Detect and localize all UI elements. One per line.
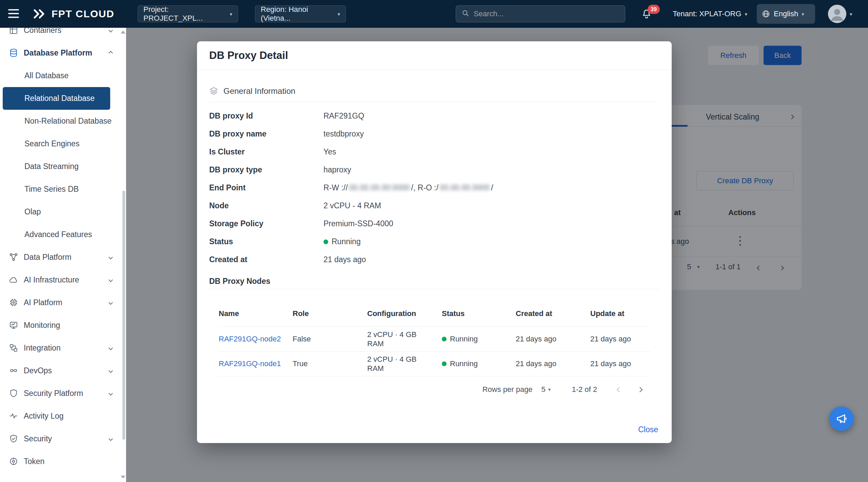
field-value: 2 vCPU - 4 RAM bbox=[323, 201, 381, 210]
sidebar-item-security[interactable]: Security bbox=[0, 427, 121, 450]
db-proxy-nodes-table: NameRoleConfigurationStatusCreated atUpd… bbox=[219, 301, 651, 376]
endpoint-text: /, R-O :/ bbox=[411, 183, 439, 192]
activity-log-icon bbox=[9, 411, 19, 421]
status-text: Running bbox=[450, 335, 478, 343]
sidebar-item-devops[interactable]: DevOps bbox=[0, 359, 121, 382]
sidebar-item-label: Time Series DB bbox=[24, 185, 79, 194]
ai-infrastructure-icon bbox=[9, 275, 19, 285]
previous-page-button[interactable] bbox=[617, 387, 622, 392]
sidebar-item-label: DevOps bbox=[24, 366, 52, 375]
project-selector[interactable]: Project: PROJECT_XPL... ▾ bbox=[138, 5, 238, 22]
search-input[interactable] bbox=[474, 9, 619, 18]
sidebar-item-label: Activity Log bbox=[24, 412, 64, 421]
field-value: testdbproxy bbox=[323, 129, 364, 139]
field-label: Storage Policy bbox=[209, 219, 323, 228]
sidebar-item-time-series-db[interactable]: Time Series DB bbox=[0, 178, 121, 201]
sidebar-item-data-platform[interactable]: Data Platform bbox=[0, 246, 121, 269]
menu-icon[interactable] bbox=[8, 9, 19, 19]
top-navbar: FPT CLOUD Project: PROJECT_XPL... ▾ Regi… bbox=[0, 0, 868, 28]
chevron-down-icon bbox=[108, 346, 113, 350]
user-menu[interactable]: ▾ bbox=[828, 0, 852, 28]
sidebar-item-activity-log[interactable]: Activity Log bbox=[0, 405, 121, 427]
node-name-link[interactable]: RAF291GQ-node1 bbox=[219, 359, 281, 368]
node-name-link[interactable]: RAF291GQ-node2 bbox=[219, 335, 281, 343]
node-role: True bbox=[293, 359, 367, 368]
database-icon bbox=[9, 48, 19, 58]
chevron-up-icon bbox=[108, 51, 113, 55]
node-updated-at: 21 days ago bbox=[590, 335, 651, 343]
sidebar-item-ai-infrastructure[interactable]: AI Infrastructure bbox=[0, 269, 121, 291]
node-name-cell: RAF291GQ-node2 bbox=[219, 335, 293, 343]
sidebar-item-label: Data Streaming bbox=[24, 162, 79, 171]
page-range: 1-2 of 2 bbox=[572, 385, 597, 394]
field-value: haproxy bbox=[323, 165, 351, 174]
field-label: Status bbox=[209, 237, 323, 246]
field-row-db-proxy-name: DB proxy nametestdbproxy bbox=[209, 125, 659, 143]
security-platform-icon bbox=[9, 389, 19, 399]
node-configuration: 2 vCPU · 4 GBRAM bbox=[367, 330, 442, 348]
sidebar-item-monitoring[interactable]: Monitoring bbox=[0, 314, 121, 337]
sidebar-scrollbar[interactable] bbox=[122, 191, 125, 440]
field-row-created-at: Created at21 days ago bbox=[209, 251, 659, 269]
sidebar-item-security-platform[interactable]: Security Platform bbox=[0, 382, 121, 405]
field-label: Created at bbox=[209, 255, 323, 264]
field-value: Running bbox=[323, 237, 361, 246]
sidebar-item-ai-platform[interactable]: AI Platform bbox=[0, 291, 121, 314]
sidebar-item-data-streaming[interactable]: Data Streaming bbox=[0, 155, 121, 178]
sidebar-item-label: AI Platform bbox=[24, 298, 62, 307]
sidebar-item-advanced-features[interactable]: Advanced Features bbox=[0, 223, 121, 246]
sidebar-item-all-database[interactable]: All Database bbox=[0, 64, 121, 87]
node-status: Running bbox=[442, 359, 516, 368]
table-pagination: Rows per page 5 ▾ 1-2 of 2 bbox=[209, 376, 659, 403]
modal-footer: Close bbox=[197, 416, 672, 443]
node-role: False bbox=[293, 335, 367, 343]
tenant-label: Tenant: XPLAT-ORG bbox=[673, 9, 742, 18]
sidebar-item-relational-database[interactable]: Relational Database bbox=[3, 87, 110, 110]
announcement-fab[interactable] bbox=[829, 406, 854, 431]
table-row: RAF291GQ-node1True2 vCPU · 4 GBRAMRunnin… bbox=[219, 352, 651, 376]
scrollbar-up-arrow[interactable] bbox=[121, 30, 125, 34]
node-created-at: 21 days ago bbox=[516, 335, 590, 343]
next-page-button[interactable] bbox=[637, 387, 643, 392]
sidebar-item-label: Monitoring bbox=[24, 321, 60, 330]
sidebar-item-label: Token bbox=[24, 457, 44, 466]
general-fields: DB proxy IdRAF291GQDB proxy nametestdbpr… bbox=[209, 107, 659, 269]
monitoring-icon bbox=[9, 320, 19, 331]
sidebar-item-label: Security bbox=[24, 434, 52, 443]
sidebar-item-olap[interactable]: Olap bbox=[0, 201, 121, 223]
sidebar-item-label: Advanced Features bbox=[24, 230, 92, 239]
sidebar-item-database-platform[interactable]: Database Platform bbox=[0, 42, 121, 64]
field-row-db-proxy-id: DB proxy IdRAF291GQ bbox=[209, 107, 659, 125]
node-created-at: 21 days ago bbox=[516, 359, 590, 368]
logo-mark-icon bbox=[33, 8, 47, 19]
field-text: testdbproxy bbox=[323, 129, 364, 139]
tenant-selector[interactable]: Tenant: XPLAT-ORG ▾ bbox=[673, 0, 747, 28]
page-size-select[interactable]: 5 ▾ bbox=[541, 385, 551, 394]
language-selector[interactable]: English ▾ bbox=[757, 4, 815, 24]
scrollbar-down-arrow[interactable] bbox=[121, 476, 125, 479]
node-configuration: 2 vCPU · 4 GBRAM bbox=[367, 355, 442, 373]
chevron-down-icon: ▾ bbox=[548, 386, 551, 393]
rows-per-page-label: Rows per page bbox=[482, 385, 533, 394]
sidebar-item-non-relational-database[interactable]: Non-Relational Database bbox=[0, 110, 121, 132]
sidebar-item-containers[interactable]: Containers bbox=[0, 28, 121, 42]
close-button[interactable]: Close bbox=[638, 425, 658, 434]
status-text: Running bbox=[332, 237, 361, 246]
sidebar-item-label: Database Platform bbox=[24, 48, 92, 58]
field-label: DB proxy Id bbox=[209, 111, 323, 121]
status-dot-icon bbox=[442, 361, 447, 366]
dashed-divider bbox=[209, 102, 659, 102]
sidebar-item-label: All Database bbox=[24, 71, 68, 80]
sidebar-item-token[interactable]: Token bbox=[0, 450, 121, 473]
region-selector[interactable]: Region: Hanoi (Vietna... ▾ bbox=[255, 5, 346, 22]
sidebar-item-label: Olap bbox=[24, 207, 41, 216]
dashed-divider bbox=[209, 289, 659, 289]
sidebar-item-integration[interactable]: Integration bbox=[0, 337, 121, 359]
notifications-button[interactable]: 39 bbox=[641, 8, 654, 22]
redacted-endpoint: 00.00.00.0000 bbox=[440, 183, 490, 192]
field-row-end-point: End PointR-W ://00.00.00.00:0000/, R-O :… bbox=[209, 179, 659, 197]
chevron-down-icon bbox=[108, 300, 113, 305]
field-label: Is Cluster bbox=[209, 147, 323, 156]
sidebar-item-search-engines[interactable]: Search Engines bbox=[0, 132, 121, 155]
chevron-down-icon bbox=[108, 28, 113, 33]
